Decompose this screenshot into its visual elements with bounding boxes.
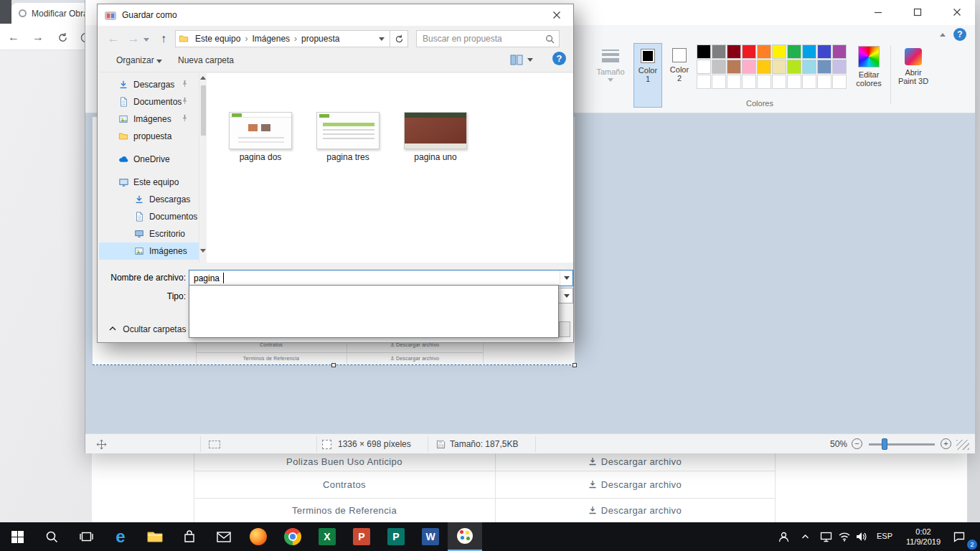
- palette-color[interactable]: [742, 44, 756, 59]
- download-link[interactable]: Descargar archivo: [495, 505, 775, 517]
- color2-button[interactable]: Color 2: [665, 43, 694, 108]
- palette-empty-slot[interactable]: [787, 75, 801, 89]
- palette-empty-slot[interactable]: [802, 75, 816, 89]
- palette-color[interactable]: [712, 60, 726, 74]
- address-bar[interactable]: Este equipo › Imágenes › propuesta: [175, 30, 390, 47]
- chrome-icon[interactable]: [275, 522, 310, 551]
- hidden-icons-chevron[interactable]: [799, 531, 811, 542]
- search-box[interactable]: Buscar en propuesta: [416, 30, 560, 47]
- browser-forward-icon[interactable]: →: [30, 29, 46, 45]
- sidebar-item-documentos-quick[interactable]: Documentos: [99, 93, 199, 110]
- filetype-dropdown-icon[interactable]: [560, 288, 573, 303]
- ribbon-collapse-icon[interactable]: [936, 29, 949, 40]
- excel-icon[interactable]: X: [310, 522, 344, 551]
- task-view-icon[interactable]: [69, 522, 103, 551]
- palette-empty-slot[interactable]: [742, 75, 756, 89]
- address-dropdown-icon[interactable]: [377, 31, 387, 47]
- breadcrumb-propuesta[interactable]: propuesta: [298, 34, 343, 44]
- palette-empty-slot[interactable]: [832, 75, 847, 89]
- palette-color[interactable]: [787, 60, 801, 74]
- view-mode-dropdown-icon[interactable]: [526, 55, 534, 64]
- size-button[interactable]: Tamaño: [590, 43, 631, 106]
- sidebar-item-descargas-quick[interactable]: Descargas: [99, 76, 199, 93]
- store-icon[interactable]: [172, 522, 207, 551]
- palette-empty-slot[interactable]: [697, 75, 711, 89]
- clock[interactable]: 0:02 11/9/2019: [898, 527, 948, 547]
- scroll-down-icon[interactable]: [200, 249, 206, 253]
- sidebar-item-propuesta[interactable]: propuesta: [99, 128, 199, 145]
- action-center-icon[interactable]: [951, 529, 967, 545]
- paint-taskbar-icon[interactable]: [448, 522, 482, 551]
- sidebar-item-documentos[interactable]: Documentos: [99, 208, 199, 225]
- color1-button[interactable]: Color 1: [633, 43, 662, 108]
- palette-color[interactable]: [832, 60, 847, 74]
- file-explorer-icon[interactable]: [138, 522, 172, 551]
- palette-color[interactable]: [772, 44, 786, 59]
- nav-up-icon[interactable]: ↑: [156, 32, 171, 46]
- zoom-slider-track[interactable]: [869, 443, 935, 446]
- palette-color[interactable]: [757, 44, 771, 59]
- sidebar-item-escritorio[interactable]: Escritorio: [99, 225, 199, 242]
- nav-history-chevron-icon[interactable]: [142, 35, 151, 44]
- view-mode-icon[interactable]: [509, 53, 524, 66]
- file-thumbnail-pagina-uno[interactable]: [404, 112, 467, 149]
- people-icon[interactable]: [775, 528, 792, 545]
- browser-reload-icon[interactable]: [55, 29, 70, 45]
- volume-icon[interactable]: [854, 529, 870, 545]
- filename-suggestions-dropdown[interactable]: [189, 285, 559, 338]
- sidebar-item-imagenes[interactable]: Imágenes: [99, 242, 199, 260]
- file-thumbnail-pagina-tres[interactable]: [316, 112, 380, 149]
- close-button[interactable]: [939, 0, 975, 24]
- start-button[interactable]: [0, 522, 34, 551]
- language-indicator[interactable]: ESP: [872, 532, 897, 540]
- open-paint3d-button[interactable]: Abrir Paint 3D: [895, 43, 932, 109]
- selection-handle-corner[interactable]: [573, 363, 577, 367]
- palette-color[interactable]: [817, 60, 831, 74]
- scroll-up-icon[interactable]: [200, 76, 206, 80]
- zoom-out-button[interactable]: −: [852, 438, 862, 449]
- palette-color[interactable]: [772, 60, 786, 74]
- hide-folders-button[interactable]: Ocultar carpetas: [109, 324, 186, 334]
- palette-color[interactable]: [757, 60, 771, 74]
- palette-color[interactable]: [802, 60, 816, 74]
- sidebar-item-this-pc[interactable]: Este equipo: [99, 174, 199, 191]
- palette-color[interactable]: [727, 60, 741, 74]
- taskbar-search-icon[interactable]: [34, 522, 69, 551]
- palette-color[interactable]: [832, 44, 847, 59]
- breadcrumb-this-pc[interactable]: Este equipo: [192, 34, 244, 44]
- maximize-button[interactable]: [900, 0, 936, 24]
- network-icon[interactable]: [818, 529, 834, 545]
- file-thumbnail-pagina-dos[interactable]: [229, 112, 292, 149]
- palette-empty-slot[interactable]: [727, 75, 741, 89]
- filename-input[interactable]: pagina: [189, 270, 573, 286]
- powerpoint-icon[interactable]: P: [344, 522, 379, 551]
- wifi-icon[interactable]: [837, 529, 852, 545]
- refresh-button[interactable]: [390, 30, 408, 47]
- help-icon[interactable]: ?: [953, 28, 966, 41]
- palette-color[interactable]: [727, 44, 741, 59]
- palette-empty-slot[interactable]: [712, 75, 726, 89]
- minimize-button[interactable]: [860, 0, 896, 24]
- zoom-in-button[interactable]: +: [941, 438, 951, 449]
- browser-back-icon[interactable]: ←: [6, 29, 22, 45]
- download-link[interactable]: Descargar archivo: [495, 479, 775, 491]
- palette-color[interactable]: [802, 44, 816, 59]
- file-list-area[interactable]: pagina dos pagina tres pagina uno: [207, 73, 573, 263]
- palette-empty-slot[interactable]: [757, 75, 771, 89]
- selection-handle-bottom[interactable]: [331, 363, 336, 367]
- palette-color[interactable]: [697, 60, 711, 74]
- filename-dropdown-icon[interactable]: [560, 270, 573, 286]
- palette-color[interactable]: [817, 44, 831, 59]
- resize-grip[interactable]: [956, 440, 969, 450]
- palette-color[interactable]: [742, 60, 756, 74]
- nav-back-icon[interactable]: ←: [106, 32, 121, 46]
- breadcrumb-images[interactable]: Imágenes: [248, 34, 293, 44]
- publisher-icon[interactable]: P: [379, 522, 413, 551]
- edge-icon[interactable]: e: [103, 522, 138, 551]
- sidebar-item-descargas[interactable]: Descargas: [99, 191, 199, 208]
- mail-icon[interactable]: [207, 522, 241, 551]
- palette-color[interactable]: [697, 44, 711, 59]
- firefox-icon[interactable]: [241, 522, 275, 551]
- sidebar-item-onedrive[interactable]: OneDrive: [99, 151, 199, 168]
- nav-forward-icon[interactable]: →: [126, 32, 141, 46]
